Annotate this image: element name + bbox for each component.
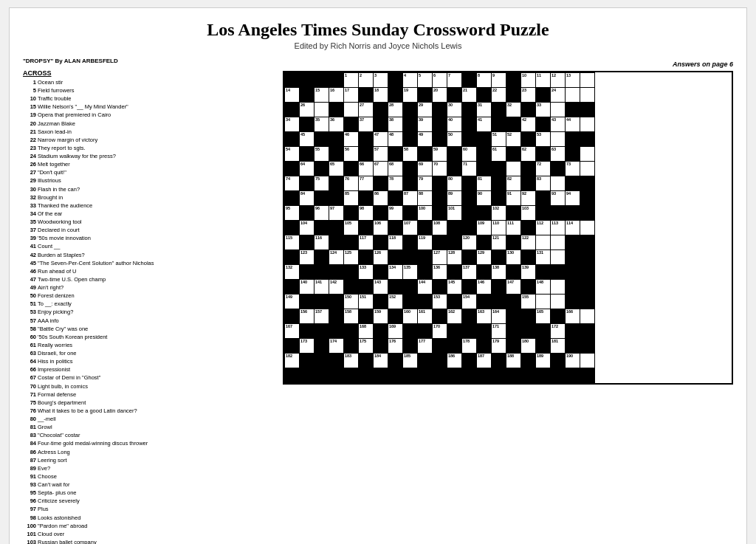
grid-cell[interactable] xyxy=(551,162,566,176)
grid-cell[interactable] xyxy=(359,132,374,147)
grid-cell[interactable]: 85 xyxy=(344,191,359,206)
grid-cell[interactable] xyxy=(580,191,595,206)
grid-cell[interactable]: 63 xyxy=(551,147,566,162)
grid-cell[interactable] xyxy=(315,73,329,88)
grid-cell[interactable] xyxy=(418,324,433,339)
grid-cell[interactable] xyxy=(315,221,329,235)
grid-cell[interactable] xyxy=(433,176,447,191)
grid-cell[interactable]: 181 xyxy=(551,339,566,354)
grid-cell[interactable] xyxy=(566,280,580,295)
grid-cell[interactable] xyxy=(506,73,521,88)
grid-cell[interactable]: 3 xyxy=(374,73,388,88)
grid-cell[interactable]: 130 xyxy=(506,250,521,265)
grid-cell[interactable] xyxy=(580,176,595,191)
grid-cell[interactable] xyxy=(315,339,329,354)
grid-cell[interactable] xyxy=(462,280,477,295)
grid-cell[interactable] xyxy=(359,280,374,295)
grid-cell[interactable] xyxy=(315,191,329,206)
grid-cell[interactable]: 162 xyxy=(447,309,462,324)
grid-cell[interactable]: 109 xyxy=(477,221,492,235)
grid-cell[interactable]: 46 xyxy=(344,132,359,147)
grid-cell[interactable]: 19 xyxy=(403,88,418,103)
grid-cell[interactable] xyxy=(388,354,403,368)
grid-cell[interactable] xyxy=(477,235,492,250)
grid-cell[interactable]: 165 xyxy=(536,309,551,324)
grid-cell[interactable]: 68 xyxy=(388,162,403,176)
grid-cell[interactable]: 90 xyxy=(477,191,492,206)
grid-cell[interactable] xyxy=(551,235,566,250)
grid-cell[interactable]: 71 xyxy=(462,162,477,176)
grid-cell[interactable] xyxy=(374,235,388,250)
grid-cell[interactable]: 15 xyxy=(315,88,329,103)
grid-cell[interactable] xyxy=(477,339,492,354)
grid-cell[interactable] xyxy=(551,176,566,191)
grid-cell[interactable]: 40 xyxy=(447,117,462,132)
grid-cell[interactable]: 157 xyxy=(315,309,329,324)
grid-cell[interactable] xyxy=(521,280,536,295)
grid-cell[interactable] xyxy=(359,250,374,265)
grid-cell[interactable]: 112 xyxy=(536,221,551,235)
grid-cell[interactable] xyxy=(344,265,359,280)
grid-cell[interactable] xyxy=(477,295,492,309)
grid-cell[interactable]: 32 xyxy=(506,103,521,117)
grid-cell[interactable]: 94 xyxy=(566,191,580,206)
grid-cell[interactable]: 153 xyxy=(433,295,447,309)
grid-cell[interactable]: 132 xyxy=(285,265,300,280)
grid-cell[interactable]: 59 xyxy=(433,147,447,162)
grid-cell[interactable] xyxy=(418,368,433,383)
grid-cell[interactable]: 9 xyxy=(492,73,506,88)
grid-cell[interactable] xyxy=(521,250,536,265)
grid-cell[interactable] xyxy=(433,191,447,206)
grid-cell[interactable]: 183 xyxy=(344,354,359,368)
grid-cell[interactable] xyxy=(506,235,521,250)
grid-cell[interactable]: 81 xyxy=(477,176,492,191)
grid-cell[interactable]: 111 xyxy=(506,221,521,235)
grid-cell[interactable]: 182 xyxy=(285,354,300,368)
grid-cell[interactable]: 83 xyxy=(536,176,551,191)
grid-cell[interactable]: 110 xyxy=(492,221,506,235)
grid-cell[interactable] xyxy=(447,162,462,176)
grid-cell[interactable] xyxy=(580,280,595,295)
grid-cell[interactable]: 67 xyxy=(374,162,388,176)
grid-cell[interactable] xyxy=(580,88,595,103)
grid-cell[interactable] xyxy=(566,206,580,221)
grid-cell[interactable] xyxy=(551,295,566,309)
grid-cell[interactable]: 79 xyxy=(418,176,433,191)
grid-cell[interactable] xyxy=(447,221,462,235)
grid-cell[interactable]: 65 xyxy=(329,162,344,176)
grid-cell[interactable]: 113 xyxy=(551,221,566,235)
grid-cell[interactable]: 2 xyxy=(359,73,374,88)
grid-cell[interactable] xyxy=(566,132,580,147)
grid-cell[interactable]: 89 xyxy=(447,191,462,206)
grid-cell[interactable] xyxy=(506,309,521,324)
grid-cell[interactable] xyxy=(536,368,551,383)
grid-cell[interactable] xyxy=(388,250,403,265)
grid-cell[interactable] xyxy=(462,206,477,221)
grid-cell[interactable] xyxy=(344,117,359,132)
grid-cell[interactable]: 91 xyxy=(506,191,521,206)
grid-cell[interactable] xyxy=(359,354,374,368)
grid-cell[interactable]: 145 xyxy=(447,280,462,295)
grid-cell[interactable] xyxy=(447,368,462,383)
grid-cell[interactable] xyxy=(536,339,551,354)
grid-cell[interactable]: 176 xyxy=(388,339,403,354)
grid-cell[interactable]: 184 xyxy=(374,354,388,368)
grid-cell[interactable] xyxy=(462,132,477,147)
grid-cell[interactable] xyxy=(447,235,462,250)
grid-cell[interactable] xyxy=(506,295,521,309)
grid-cell[interactable]: 39 xyxy=(418,117,433,132)
grid-cell[interactable]: 114 xyxy=(566,221,580,235)
grid-cell[interactable] xyxy=(300,88,315,103)
grid-cell[interactable] xyxy=(344,368,359,383)
grid-cell[interactable]: 5 xyxy=(418,73,433,88)
grid-cell[interactable]: 106 xyxy=(374,221,388,235)
grid-cell[interactable]: 51 xyxy=(492,132,506,147)
grid-cell[interactable] xyxy=(329,191,344,206)
grid-cell[interactable]: 21 xyxy=(462,88,477,103)
grid-cell[interactable]: 53 xyxy=(536,132,551,147)
grid-cell[interactable] xyxy=(477,206,492,221)
grid-cell[interactable]: 143 xyxy=(374,280,388,295)
grid-cell[interactable]: 168 xyxy=(359,324,374,339)
grid-cell[interactable] xyxy=(580,221,595,235)
grid-cell[interactable]: 55 xyxy=(315,147,329,162)
